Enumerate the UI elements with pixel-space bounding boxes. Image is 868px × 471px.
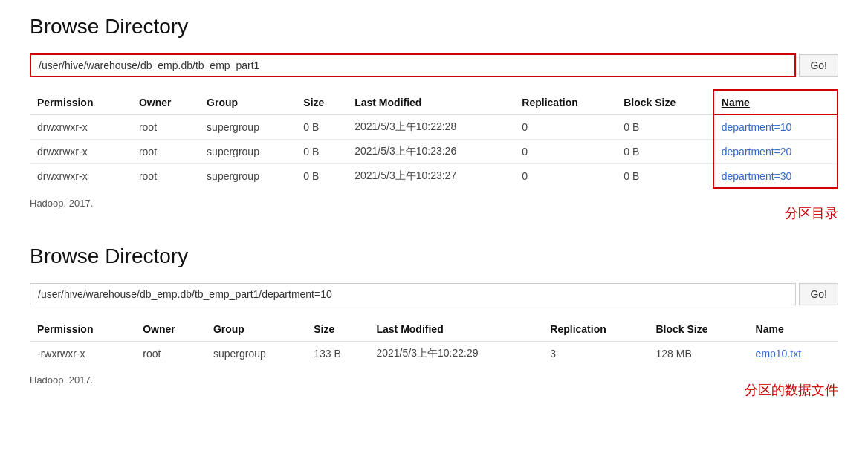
col-header-name-1: Name — [713, 90, 838, 115]
cell-owner: root — [132, 140, 199, 164]
cell-group: supergroup — [199, 140, 296, 164]
cell-lastmod: 2021/5/3上午10:22:28 — [347, 115, 514, 140]
section-2: Browse Directory Go! Permission Owner Gr… — [30, 244, 838, 399]
page-title-1: Browse Directory — [30, 15, 838, 39]
col-header-group-2: Group — [206, 317, 306, 342]
cell-lastmod: 2021/5/3上午10:23:26 — [347, 140, 514, 164]
directory-table-1: Permission Owner Group Size Last Modifie… — [30, 89, 838, 189]
cell-replication: 0 — [514, 115, 616, 140]
table-row: drwxrwxr-x root supergroup 0 B 2021/5/3上… — [30, 164, 838, 189]
cell-size: 0 B — [296, 140, 347, 164]
cell-replication: 3 — [542, 342, 648, 366]
col-header-group-1: Group — [199, 90, 296, 115]
col-header-permission-1: Permission — [30, 90, 132, 115]
col-header-lastmod-1: Last Modified — [347, 90, 514, 115]
table-row: -rwxrwxr-x root supergroup 133 B 2021/5/… — [30, 342, 838, 366]
cell-owner: root — [132, 164, 199, 189]
cell-replication: 0 — [514, 164, 616, 189]
cell-name[interactable]: department=10 — [713, 115, 838, 140]
cell-group: supergroup — [199, 164, 296, 189]
path-input-2[interactable] — [30, 283, 796, 305]
cell-name[interactable]: department=30 — [713, 164, 838, 189]
col-header-name-2: Name — [748, 317, 838, 342]
table-row: drwxrwxr-x root supergroup 0 B 2021/5/3上… — [30, 115, 838, 140]
cell-size: 0 B — [296, 164, 347, 189]
cell-owner: root — [132, 115, 199, 140]
col-header-blocksize-1: Block Size — [616, 90, 713, 115]
cell-blocksize: 0 B — [616, 115, 713, 140]
col-header-owner-1: Owner — [132, 90, 199, 115]
cell-permission: -rwxrwxr-x — [30, 342, 135, 366]
cell-lastmod: 2021/5/3上午10:23:27 — [347, 164, 514, 189]
col-header-blocksize-2: Block Size — [649, 317, 748, 342]
name-link[interactable]: department=20 — [722, 146, 792, 157]
cell-permission: drwxrwxr-x — [30, 115, 132, 140]
cell-name[interactable]: emp10.txt — [748, 342, 838, 366]
cell-permission: drwxrwxr-x — [30, 140, 132, 164]
col-header-replication-1: Replication — [514, 90, 616, 115]
cell-blocksize: 128 MB — [649, 342, 748, 366]
cell-replication: 0 — [514, 140, 616, 164]
table-row: drwxrwxr-x root supergroup 0 B 2021/5/3上… — [30, 140, 838, 164]
col-header-size-2: Size — [306, 317, 369, 342]
cell-group: supergroup — [199, 115, 296, 140]
col-header-permission-2: Permission — [30, 317, 135, 342]
cell-blocksize: 0 B — [616, 164, 713, 189]
go-button-1[interactable]: Go! — [799, 54, 838, 77]
col-header-replication-2: Replication — [542, 317, 648, 342]
col-header-owner-2: Owner — [135, 317, 206, 342]
name-link[interactable]: department=10 — [722, 121, 792, 133]
section-1: Browse Directory Go! Permission Owner Gr… — [30, 15, 838, 222]
cell-size: 0 B — [296, 115, 347, 140]
path-input-1[interactable] — [30, 53, 796, 77]
page-title-2: Browse Directory — [30, 244, 838, 268]
name-link[interactable]: emp10.txt — [756, 348, 801, 360]
cell-blocksize: 0 B — [616, 140, 713, 164]
annotation-2: 分区的数据文件 — [30, 381, 838, 399]
col-header-size-1: Size — [296, 90, 347, 115]
path-bar-2: Go! — [30, 283, 838, 305]
annotation-1: 分区目录 — [30, 204, 838, 222]
go-button-2[interactable]: Go! — [799, 283, 838, 305]
name-link[interactable]: department=30 — [722, 170, 792, 182]
cell-name[interactable]: department=20 — [713, 140, 838, 164]
cell-group: supergroup — [206, 342, 306, 366]
col-header-lastmod-2: Last Modified — [369, 317, 542, 342]
path-bar-1: Go! — [30, 53, 838, 77]
cell-permission: drwxrwxr-x — [30, 164, 132, 189]
directory-table-2: Permission Owner Group Size Last Modifie… — [30, 317, 838, 366]
cell-size: 133 B — [306, 342, 369, 366]
cell-owner: root — [135, 342, 206, 366]
cell-lastmod: 2021/5/3上午10:22:29 — [369, 342, 542, 366]
